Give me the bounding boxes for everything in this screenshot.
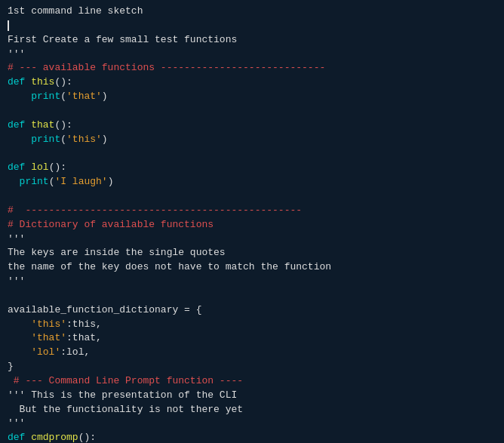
line-26: }	[8, 360, 496, 374]
line-29: But the functionality is not there yet	[8, 403, 496, 417]
line-30: '''	[8, 417, 496, 431]
line-17: '''	[8, 232, 496, 247]
line-11	[8, 146, 496, 161]
line-31: def cmdpromp():	[8, 431, 496, 443]
code-editor: 1st command line sketch First Create a f…	[0, 0, 504, 443]
line-10: print('this')	[8, 133, 496, 147]
line-4: '''	[8, 48, 496, 62]
line-24: 'that':that,	[8, 331, 496, 346]
line-7: print('that')	[8, 90, 496, 104]
line-18: The keys are inside the single quotes	[8, 246, 496, 260]
line-16: # Dictionary of available functions	[8, 218, 496, 232]
line-15: # --------------------------------------…	[8, 204, 496, 218]
line-14	[8, 189, 496, 204]
line-1: 1st command line sketch	[8, 5, 496, 19]
line-19: the name of the key does not have to mat…	[8, 260, 496, 275]
line-9: def that():	[8, 118, 496, 133]
line-22: available_function_dictionary = {	[8, 303, 496, 318]
line-23: 'this':this,	[8, 318, 496, 332]
line-8	[8, 104, 496, 118]
line-3: First Create a few small test functions	[8, 33, 496, 48]
line-5: # --- available functions --------------…	[8, 61, 496, 75]
line-25: 'lol':lol,	[8, 346, 496, 360]
line-2	[8, 19, 496, 33]
line-21	[8, 289, 496, 303]
line-27: # --- Command Line Prompt function ----	[8, 374, 496, 389]
line-6: def this():	[8, 75, 496, 90]
line-13: print('I laugh')	[8, 175, 496, 189]
line-28: ''' This is the presentation of the CLI	[8, 389, 496, 403]
line-12: def lol():	[8, 161, 496, 175]
line-20: '''	[8, 275, 496, 289]
